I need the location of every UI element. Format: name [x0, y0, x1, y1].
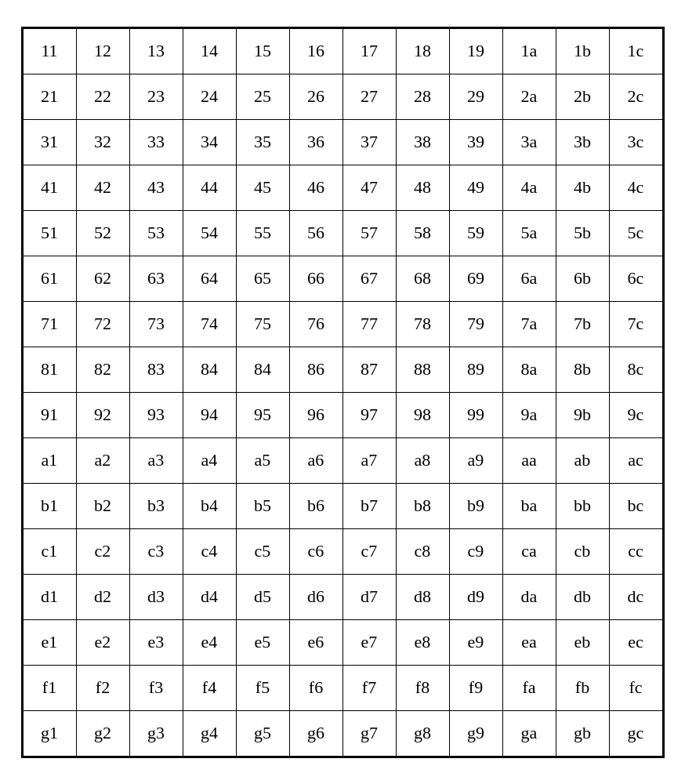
- grid-cell: 8b: [556, 347, 609, 392]
- grid-cell: d9: [449, 574, 502, 619]
- grid-cell: a5: [236, 437, 289, 483]
- grid-cell: g3: [129, 710, 183, 756]
- grid-cell: 81: [23, 347, 76, 392]
- grid-cell: c6: [289, 528, 342, 574]
- grid-cell: b5: [236, 483, 289, 528]
- grid-cell: dc: [609, 574, 662, 619]
- grid-cell: f4: [183, 665, 236, 710]
- grid-cell: db: [556, 574, 609, 619]
- grid-cell: 36: [289, 119, 342, 165]
- grid-cell: 7b: [556, 301, 609, 347]
- grid-cell: ab: [556, 437, 609, 483]
- grid-cell: 63: [129, 256, 183, 301]
- grid-cell: 8c: [609, 347, 662, 392]
- table-row: f1f2f3f4f5f6f7f8f9fafbfc: [23, 665, 662, 710]
- table-row: 3132333435363738393a3b3c: [23, 119, 662, 165]
- grid-cell: 83: [129, 347, 183, 392]
- grid-cell: 23: [129, 74, 183, 119]
- grid-cell: 87: [342, 347, 396, 392]
- grid-cell: 11: [23, 28, 76, 74]
- grid-cell: 4c: [609, 165, 662, 210]
- grid-cell: g6: [289, 710, 342, 756]
- grid-cell: a8: [396, 437, 449, 483]
- grid-cell: 5c: [609, 210, 662, 256]
- grid-cell: 86: [289, 347, 342, 392]
- grid-cell: 39: [449, 119, 502, 165]
- grid-cell: a9: [449, 437, 502, 483]
- grid-cell: 51: [23, 210, 76, 256]
- table-row: g1g2g3g4g5g6g7g8g9gagbgc: [23, 710, 662, 756]
- hex-grid: 1112131415161718191a1b1c2122232425262728…: [21, 27, 665, 758]
- grid-cell: ea: [502, 619, 556, 665]
- grid-cell: 91: [23, 392, 76, 437]
- grid-cell: a6: [289, 437, 342, 483]
- grid-cell: 35: [236, 119, 289, 165]
- table-row: 9192939495969798999a9b9c: [23, 392, 662, 437]
- grid-cell: ca: [502, 528, 556, 574]
- grid-cell: 57: [342, 210, 396, 256]
- grid-cell: ac: [609, 437, 662, 483]
- grid-cell: a4: [183, 437, 236, 483]
- grid-cell: g7: [342, 710, 396, 756]
- grid-cell: 52: [76, 210, 129, 256]
- grid-cell: 92: [76, 392, 129, 437]
- grid-cell: a3: [129, 437, 183, 483]
- grid-cell: g4: [183, 710, 236, 756]
- grid-cell: 4a: [502, 165, 556, 210]
- grid-cell: 59: [449, 210, 502, 256]
- grid-cell: 16: [289, 28, 342, 74]
- grid-cell: c4: [183, 528, 236, 574]
- grid-cell: bc: [609, 483, 662, 528]
- grid-cell: e6: [289, 619, 342, 665]
- grid-cell: f3: [129, 665, 183, 710]
- grid-cell: 77: [342, 301, 396, 347]
- grid-cell: e2: [76, 619, 129, 665]
- grid-cell: g2: [76, 710, 129, 756]
- grid-cell: d4: [183, 574, 236, 619]
- grid-cell: 24: [183, 74, 236, 119]
- grid-cell: 61: [23, 256, 76, 301]
- grid-cell: 42: [76, 165, 129, 210]
- grid-cell: 15: [236, 28, 289, 74]
- grid-cell: cb: [556, 528, 609, 574]
- grid-cell: 1c: [609, 28, 662, 74]
- grid-cell: f8: [396, 665, 449, 710]
- grid-cell: c3: [129, 528, 183, 574]
- table-row: 2122232425262728292a2b2c: [23, 74, 662, 119]
- grid-cell: 88: [396, 347, 449, 392]
- grid-cell: 49: [449, 165, 502, 210]
- grid-cell: 26: [289, 74, 342, 119]
- grid-cell: fc: [609, 665, 662, 710]
- grid-cell: 71: [23, 301, 76, 347]
- grid-cell: 6b: [556, 256, 609, 301]
- grid-cell: 17: [342, 28, 396, 74]
- grid-cell: fa: [502, 665, 556, 710]
- grid-cell: aa: [502, 437, 556, 483]
- grid-cell: 9c: [609, 392, 662, 437]
- grid-cell: 2c: [609, 74, 662, 119]
- table-row: 8182838484868788898a8b8c: [23, 347, 662, 392]
- grid-cell: f2: [76, 665, 129, 710]
- grid-cell: f5: [236, 665, 289, 710]
- grid-cell: 65: [236, 256, 289, 301]
- grid-cell: cc: [609, 528, 662, 574]
- grid-cell: c8: [396, 528, 449, 574]
- grid-cell: 64: [183, 256, 236, 301]
- grid-cell: 69: [449, 256, 502, 301]
- grid-cell: b7: [342, 483, 396, 528]
- grid-cell: 73: [129, 301, 183, 347]
- grid-cell: fb: [556, 665, 609, 710]
- grid-cell: 76: [289, 301, 342, 347]
- grid-cell: b6: [289, 483, 342, 528]
- table-row: 7172737475767778797a7b7c: [23, 301, 662, 347]
- grid-cell: 43: [129, 165, 183, 210]
- grid-cell: 29: [449, 74, 502, 119]
- grid-cell: e5: [236, 619, 289, 665]
- grid-cell: b1: [23, 483, 76, 528]
- grid-cell: 96: [289, 392, 342, 437]
- grid-cell: 62: [76, 256, 129, 301]
- grid-cell: 97: [342, 392, 396, 437]
- grid-cell: 55: [236, 210, 289, 256]
- grid-cell: 37: [342, 119, 396, 165]
- grid-cell: 7c: [609, 301, 662, 347]
